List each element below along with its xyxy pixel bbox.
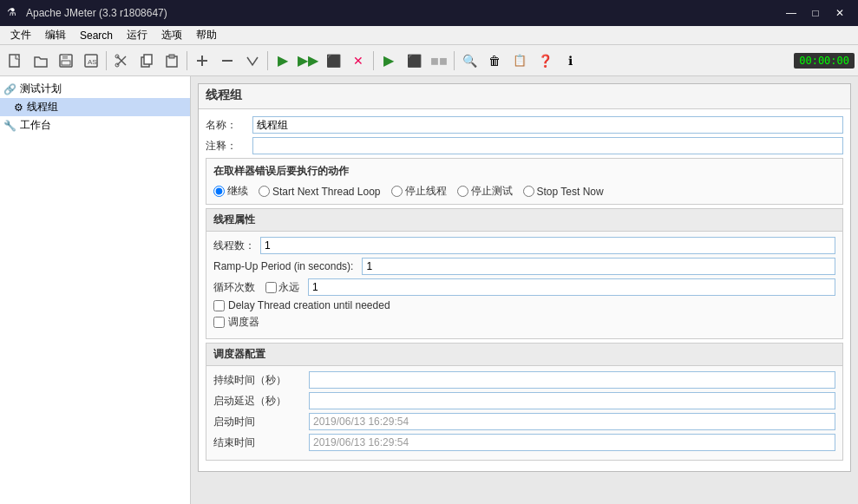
- toolbar-remote-start[interactable]: ▶: [377, 49, 401, 73]
- radio-next-loop-input[interactable]: [259, 186, 270, 197]
- toolbar-remote-stop[interactable]: ⬛: [402, 49, 426, 73]
- toolbar-cut[interactable]: [109, 49, 134, 73]
- thread-count-label: 线程数：: [213, 239, 255, 253]
- toolbar-clock: 00:00:00: [794, 53, 855, 69]
- thread-section-body: 线程数： Ramp-Up Period (in seconds): 循环次数: [206, 232, 842, 338]
- toolbar-paste[interactable]: [160, 49, 184, 73]
- panel-title: 线程组: [199, 84, 850, 109]
- thread-count-input[interactable]: [260, 237, 835, 254]
- comment-input[interactable]: [252, 137, 843, 154]
- forever-checkbox[interactable]: [265, 282, 277, 293]
- radio-next-loop-label: Start Next Thread Loop: [272, 186, 381, 198]
- comment-label: 注释：: [206, 139, 249, 154]
- svg-text:AS: AS: [88, 58, 97, 66]
- titlebar: ⚗ Apache JMeter (3.3 r1808647) — □ ✕: [0, 0, 858, 26]
- window-title: Apache JMeter (3.3 r1808647): [26, 7, 775, 19]
- start-time-row: 启动时间: [213, 413, 835, 430]
- toolbar-new[interactable]: [3, 49, 28, 73]
- app-icon: ⚗: [7, 6, 21, 20]
- startup-delay-input[interactable]: [309, 392, 835, 409]
- scheduler-section-header: 调度器配置: [206, 344, 842, 366]
- name-input[interactable]: [252, 116, 843, 134]
- menu-options[interactable]: 选项: [154, 26, 189, 44]
- forever-label: 永远: [278, 280, 299, 295]
- toolbar-save[interactable]: [54, 49, 78, 73]
- comment-row: 注释：: [206, 137, 843, 154]
- radio-stop-thread[interactable]: 停止线程: [391, 184, 447, 199]
- toolbar-clear[interactable]: [240, 49, 265, 73]
- toolbar-help[interactable]: ❓: [533, 49, 557, 73]
- scheduler-section-body: 持续时间（秒） 启动延迟（秒） 启动时间: [206, 366, 842, 460]
- maximize-button[interactable]: □: [804, 4, 827, 22]
- radio-continue[interactable]: 继续: [213, 184, 248, 199]
- menu-file[interactable]: 文件: [3, 26, 38, 44]
- radio-stop-test[interactable]: 停止测试: [457, 184, 513, 199]
- radio-stop-test-input[interactable]: [457, 186, 468, 197]
- toolbar-open[interactable]: [29, 49, 53, 73]
- loop-count-label: 循环次数: [213, 280, 255, 295]
- toolbar-search[interactable]: 🔍: [457, 49, 481, 73]
- toolbar-run-no-pause[interactable]: ▶▶: [296, 49, 320, 73]
- radio-continue-label: 继续: [227, 184, 248, 199]
- radio-continue-input[interactable]: [213, 186, 225, 197]
- main-layout: 🔗 测试计划 ⚙ 线程组 🔧 工作台 线程组 名称：: [0, 76, 858, 504]
- radio-stop-thread-input[interactable]: [391, 186, 403, 197]
- scheduler-section: 调度器配置 持续时间（秒） 启动延迟（秒）: [206, 343, 843, 461]
- duration-row: 持续时间（秒）: [213, 371, 835, 389]
- toolbar-shutdown[interactable]: ✕: [346, 49, 370, 73]
- window-controls: — □ ✕: [780, 4, 851, 22]
- test-plan-icon: 🔗: [3, 83, 16, 95]
- thread-section-header: 线程属性: [206, 209, 842, 232]
- svg-rect-11: [144, 55, 152, 64]
- thread-count-row: 线程数：: [213, 237, 835, 254]
- delay-creation-row: Delay Thread creation until needed: [213, 299, 835, 311]
- rampup-label: Ramp-Up Period (in seconds):: [213, 260, 353, 272]
- toolbar-stop[interactable]: ⬛: [321, 49, 345, 73]
- scheduler-checkbox[interactable]: [213, 317, 225, 328]
- toolbar-sep-3: [267, 51, 268, 70]
- toolbar-about[interactable]: ℹ: [558, 49, 582, 73]
- toolbar-copy[interactable]: [134, 49, 159, 73]
- toolbar-clear-all[interactable]: 🗑: [482, 49, 507, 73]
- radio-next-loop[interactable]: Start Next Thread Loop: [259, 186, 381, 198]
- svg-rect-2: [62, 55, 68, 59]
- workbench-label: 工作台: [20, 118, 51, 133]
- delay-creation-label: Delay Thread creation until needed: [228, 299, 390, 311]
- toolbar-remove[interactable]: [215, 49, 239, 73]
- toolbar-save-as[interactable]: AS: [79, 49, 103, 73]
- svg-rect-13: [169, 55, 174, 58]
- svg-rect-0: [10, 55, 19, 67]
- name-label: 名称：: [206, 118, 249, 133]
- svg-rect-3: [62, 61, 70, 65]
- toolbar-function-helper[interactable]: 📋: [508, 49, 532, 73]
- radio-stop-test-now[interactable]: Stop Test Now: [523, 186, 604, 198]
- menu-help[interactable]: 帮助: [189, 26, 224, 44]
- menubar: 文件 编辑 Search 运行 选项 帮助: [0, 26, 858, 45]
- menu-run[interactable]: 运行: [120, 26, 154, 44]
- thread-group-icon: ⚙: [14, 101, 23, 114]
- close-button[interactable]: ✕: [829, 4, 851, 22]
- menu-edit[interactable]: 编辑: [38, 26, 73, 44]
- main-panel: 线程组 名称： 注释： 在取样器错误后要执行的动作: [198, 83, 851, 472]
- sidebar-item-test-plan[interactable]: 🔗 测试计划: [0, 80, 190, 98]
- delay-creation-checkbox[interactable]: [213, 300, 225, 311]
- error-action-radio-group: 继续 Start Next Thread Loop 停止线程 停止测试: [213, 184, 835, 199]
- menu-search[interactable]: Search: [73, 28, 120, 43]
- loop-count-input[interactable]: [308, 278, 835, 296]
- test-plan-label: 测试计划: [20, 82, 62, 96]
- sidebar-item-workbench[interactable]: 🔧 工作台: [0, 116, 190, 134]
- scheduler-row: 调度器: [213, 315, 835, 330]
- start-time-input[interactable]: [309, 413, 835, 430]
- error-section-title: 在取样器错误后要执行的动作: [213, 164, 835, 179]
- radio-stop-test-now-input[interactable]: [523, 186, 534, 197]
- rampup-input[interactable]: [362, 258, 835, 275]
- duration-input[interactable]: [309, 371, 835, 389]
- toolbar-sep-5: [454, 51, 455, 70]
- radio-stop-test-label: 停止测试: [471, 184, 513, 199]
- sidebar-item-thread-group[interactable]: ⚙ 线程组: [0, 98, 190, 116]
- end-time-input[interactable]: [309, 434, 835, 451]
- minimize-button[interactable]: —: [780, 4, 802, 22]
- toolbar-add[interactable]: [190, 49, 214, 73]
- toolbar-remote-shutdown[interactable]: ◼◼: [427, 49, 451, 73]
- toolbar-run[interactable]: ▶: [271, 49, 295, 73]
